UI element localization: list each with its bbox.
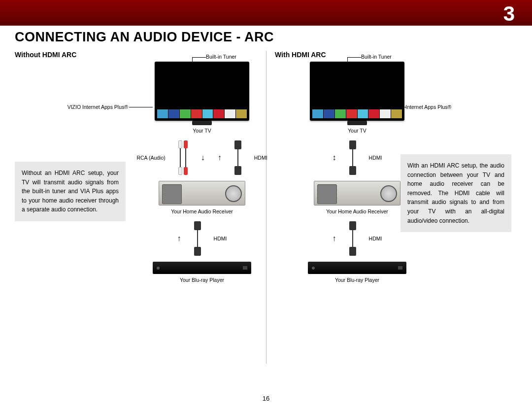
- page-content: CONNECTING AN AUDIO DEVICE - ARC Without…: [15, 30, 517, 411]
- left-diagram: Built-in Tuner VIZIO Internet Apps Plus®…: [133, 62, 271, 283]
- rca-cable-icon: [178, 140, 188, 175]
- tuner-label: Built-in Tuner: [206, 54, 236, 60]
- hdmi-cable-icon: [349, 221, 356, 256]
- page-title: CONNECTING AN AUDIO DEVICE - ARC: [15, 30, 517, 45]
- arrow-up-icon: ↑: [218, 153, 222, 162]
- hdmi-cable-icon: [194, 221, 201, 256]
- callout-line: [129, 107, 153, 107]
- bluray-label: Your Blu-ray Player: [288, 277, 426, 283]
- hdmi-cable-icon: [349, 140, 356, 175]
- right-diagram: Built-in Tuner VIZIO Internet Apps Plus®…: [288, 62, 426, 283]
- callout-line: [192, 57, 206, 58]
- tv-label: Your TV: [288, 128, 426, 134]
- callout-line: [347, 57, 361, 58]
- hdmi-label: HDMI: [254, 155, 267, 161]
- hdmi-label: HDMI: [369, 236, 382, 241]
- tv-label: Your TV: [133, 128, 271, 134]
- tuner-label: Built-in Tuner: [361, 54, 392, 60]
- cable-row-1: ↕ HDMI: [288, 138, 426, 177]
- hdmi-cable-icon: [234, 140, 241, 175]
- page-number: 16: [15, 395, 517, 402]
- arrow-updown-icon: ↕: [332, 153, 336, 162]
- receiver-illustration: [314, 181, 400, 206]
- tv-illustration: [310, 62, 404, 121]
- columns: Without HDMI ARC Without an HDMI ARC set…: [15, 51, 517, 391]
- column-without-arc: Without HDMI ARC Without an HDMI ARC set…: [15, 51, 266, 391]
- cable-row-2: ↑ HDMI: [133, 219, 271, 258]
- app-bar: [312, 109, 402, 118]
- arrow-up-icon: ↑: [332, 234, 336, 243]
- cable-row-1: RCA (Audio) ↓ ↑ HDMI: [133, 138, 271, 177]
- hdmi-label: HDMI: [214, 236, 227, 241]
- app-bar: [157, 109, 247, 118]
- bluray-illustration: [153, 262, 251, 274]
- rca-label: RCA (Audio): [136, 155, 165, 161]
- via-label: VIZIO Internet Apps Plus®: [49, 104, 128, 110]
- tv-illustration: [155, 62, 249, 121]
- receiver-label: Your Home Audio Receiver: [288, 208, 426, 214]
- bluray-label: Your Blu-ray Player: [133, 277, 271, 283]
- receiver-label: Your Home Audio Receiver: [133, 208, 271, 214]
- chapter-number: 3: [503, 2, 515, 26]
- bluray-illustration: [308, 262, 406, 274]
- arrow-down-icon: ↓: [201, 153, 205, 162]
- left-info-box: Without an HDMI ARC setup, your TV will …: [15, 162, 126, 221]
- column-with-arc: With HDMI ARC With an HDMI ARC setup, th…: [266, 51, 517, 391]
- chapter-banner: 3: [0, 0, 532, 26]
- arrow-up-icon: ↑: [177, 234, 181, 243]
- right-title: With HDMI ARC: [275, 51, 517, 59]
- cable-row-2: ↑ HDMI: [288, 219, 426, 258]
- receiver-illustration: [159, 181, 245, 206]
- hdmi-label: HDMI: [369, 155, 382, 161]
